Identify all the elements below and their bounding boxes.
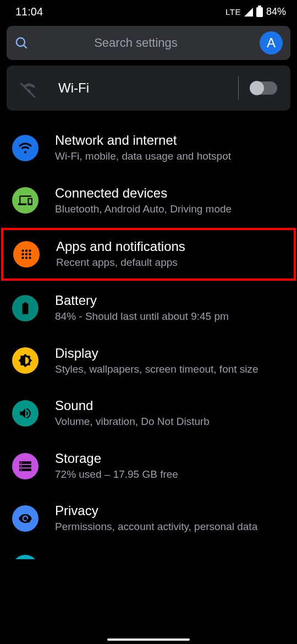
storage-icon bbox=[12, 453, 38, 479]
setting-title: Apps and notifications bbox=[56, 239, 284, 254]
search-placeholder: Search settings bbox=[12, 36, 260, 50]
setting-text: Sound Volume, vibration, Do Not Disturb bbox=[55, 398, 285, 429]
setting-subtitle: Recent apps, default apps bbox=[56, 255, 284, 270]
wifi-quick-card[interactable]: Wi-Fi bbox=[7, 66, 290, 111]
svg-point-9 bbox=[25, 256, 28, 259]
setting-title: Privacy bbox=[55, 503, 285, 519]
status-time: 11:04 bbox=[15, 6, 43, 18]
wifi-icon bbox=[12, 135, 38, 161]
setting-item-network[interactable]: Network and internet Wi-Fi, mobile, data… bbox=[0, 122, 297, 174]
status-bar: 11:04 LTE 84% bbox=[0, 0, 297, 21]
setting-text: Display Styles, wallpapers, screen timeo… bbox=[55, 346, 285, 376]
svg-point-7 bbox=[29, 253, 31, 255]
settings-list: Network and internet Wi-Fi, mobile, data… bbox=[0, 122, 297, 559]
setting-text: Network and internet Wi-Fi, mobile, data… bbox=[55, 133, 285, 163]
setting-text: Connected devices Bluetooth, Android Aut… bbox=[55, 185, 285, 216]
setting-text: Storage 72% used – 17.95 GB free bbox=[55, 451, 285, 482]
status-right: LTE 84% bbox=[226, 6, 286, 18]
setting-subtitle: 84% - Should last until about 9:45 pm bbox=[55, 309, 285, 324]
setting-title: Network and internet bbox=[55, 133, 285, 148]
setting-item-battery[interactable]: Battery 84% - Should last until about 9:… bbox=[0, 282, 297, 335]
network-type-label: LTE bbox=[226, 7, 241, 17]
avatar[interactable]: A bbox=[260, 31, 283, 54]
wifi-off-icon bbox=[20, 79, 38, 97]
setting-item-connected[interactable]: Connected devices Bluetooth, Android Aut… bbox=[0, 174, 297, 227]
apps-icon bbox=[13, 241, 40, 268]
svg-point-8 bbox=[21, 256, 24, 259]
svg-point-2 bbox=[21, 249, 24, 252]
svg-point-10 bbox=[29, 256, 31, 259]
setting-title: Storage bbox=[55, 451, 285, 466]
toggle-knob bbox=[250, 81, 264, 95]
svg-point-11 bbox=[26, 519, 30, 523]
setting-subtitle: Bluetooth, Android Auto, Driving mode bbox=[55, 202, 285, 216]
setting-item-sound[interactable]: Sound Volume, vibration, Do Not Disturb bbox=[0, 387, 297, 440]
nav-indicator[interactable] bbox=[107, 638, 190, 641]
svg-point-3 bbox=[25, 249, 28, 252]
setting-item-storage[interactable]: Storage 72% used – 17.95 GB free bbox=[0, 440, 297, 493]
setting-text: Privacy Permissions, account activity, p… bbox=[55, 503, 285, 534]
setting-item-apps[interactable]: Apps and notifications Recent apps, defa… bbox=[1, 228, 296, 281]
setting-item-partial[interactable] bbox=[0, 545, 297, 559]
battery-icon bbox=[256, 7, 263, 17]
setting-text: Apps and notifications Recent apps, defa… bbox=[56, 239, 284, 270]
privacy-icon bbox=[12, 505, 38, 532]
setting-subtitle: 72% used – 17.95 GB free bbox=[55, 467, 285, 482]
setting-subtitle: Permissions, account activity, personal … bbox=[55, 520, 285, 534]
setting-subtitle: Volume, vibration, Do Not Disturb bbox=[55, 414, 285, 429]
svg-point-4 bbox=[29, 249, 31, 252]
avatar-initial: A bbox=[267, 35, 276, 51]
battery-settings-icon bbox=[12, 295, 38, 321]
setting-title: Display bbox=[55, 346, 285, 361]
wifi-label: Wi-Fi bbox=[58, 80, 238, 96]
search-bar[interactable]: Search settings A bbox=[7, 26, 290, 60]
signal-icon bbox=[244, 8, 253, 17]
setting-subtitle: Wi-Fi, mobile, data usage and hotspot bbox=[55, 149, 285, 163]
svg-point-6 bbox=[25, 253, 28, 255]
setting-title: Connected devices bbox=[55, 185, 285, 201]
setting-title: Sound bbox=[55, 398, 285, 413]
location-icon bbox=[12, 555, 38, 559]
setting-text: Battery 84% - Should last until about 9:… bbox=[55, 293, 285, 324]
display-icon bbox=[12, 347, 38, 374]
setting-subtitle: Styles, wallpapers, screen timeout, font… bbox=[55, 362, 285, 376]
wifi-toggle[interactable] bbox=[251, 81, 277, 95]
setting-item-display[interactable]: Display Styles, wallpapers, screen timeo… bbox=[0, 335, 297, 388]
setting-title: Battery bbox=[55, 293, 285, 308]
sound-icon bbox=[12, 400, 38, 427]
battery-percent: 84% bbox=[266, 6, 286, 18]
setting-item-privacy[interactable]: Privacy Permissions, account activity, p… bbox=[0, 492, 297, 545]
devices-icon bbox=[12, 187, 38, 214]
svg-point-5 bbox=[21, 253, 24, 255]
wifi-divider bbox=[238, 77, 239, 100]
